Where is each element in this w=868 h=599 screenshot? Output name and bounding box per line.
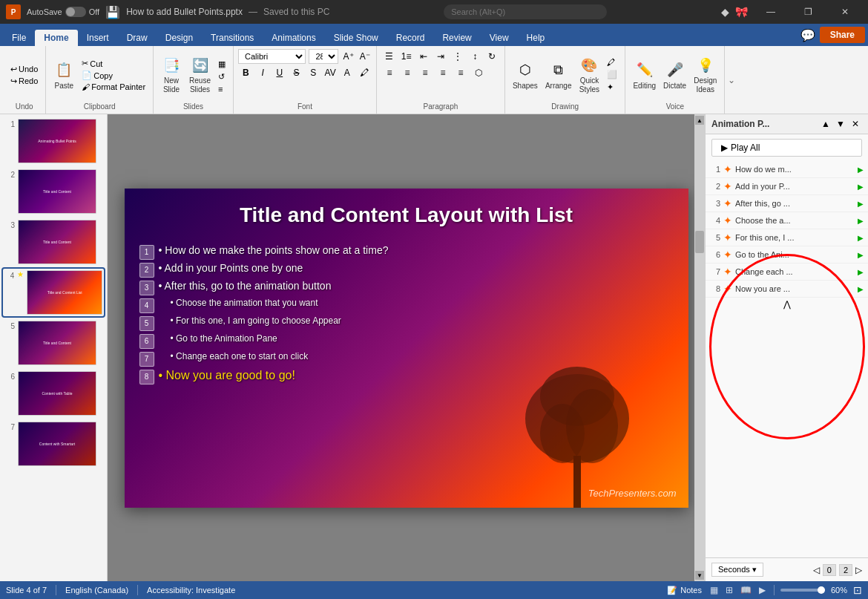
slide-thumb-6[interactable]: 6 Content with Table [3, 370, 104, 417]
scroll-thumb[interactable] [695, 231, 704, 253]
font-color-button[interactable]: A [339, 65, 355, 80]
minimize-button[interactable]: — [754, 0, 788, 24]
zoom-thumb[interactable] [818, 586, 825, 594]
tab-slideshow[interactable]: Slide Show [325, 30, 387, 46]
smartart-button[interactable]: ⬡ [470, 65, 487, 80]
shrink-font-button[interactable]: A⁻ [358, 49, 372, 64]
numbering-button[interactable]: 1≡ [398, 49, 414, 64]
align-text-button[interactable]: ≡ [453, 65, 469, 80]
notes-button[interactable]: 📝 Notes [667, 586, 702, 595]
tab-review[interactable]: Review [433, 30, 480, 46]
tab-draw[interactable]: Draw [118, 30, 157, 46]
grow-font-button[interactable]: A⁺ [341, 49, 355, 64]
next-page-button[interactable]: ▷ [855, 565, 862, 575]
design-ideas-button[interactable]: 💡 DesignIdeas [691, 54, 720, 96]
anim-item-5[interactable]: 5 ✦ For this one, I ... ▶ [706, 229, 868, 246]
tab-insert[interactable]: Insert [78, 30, 118, 46]
cut-button[interactable]: ✂Cut [79, 58, 148, 69]
tab-transitions[interactable]: Transitions [202, 30, 263, 46]
tab-help[interactable]: Help [518, 30, 554, 46]
tab-home[interactable]: Home [35, 30, 77, 46]
fit-slide-button[interactable]: ⊡ [853, 584, 862, 596]
text-direction-button[interactable]: ↻ [484, 49, 500, 64]
share-button[interactable]: Share [820, 27, 865, 43]
slide-thumb-3[interactable]: 3 Title and Content [3, 218, 104, 266]
slide-thumb-2[interactable]: 2 Title and Content [3, 168, 104, 215]
shape-fill-button[interactable]: 🖍 [604, 57, 620, 68]
scroll-down-button[interactable]: ▼ [695, 571, 704, 580]
anim-item-6[interactable]: 6 ✦ Go to the Ani... ▶ [706, 246, 868, 264]
bold-button[interactable]: B [238, 65, 254, 80]
highlight-button[interactable]: 🖍 [356, 65, 372, 80]
shadow-button[interactable]: S [306, 65, 321, 80]
increase-indent-button[interactable]: ⇥ [433, 49, 448, 64]
slideshow-button[interactable]: ▶ [757, 584, 768, 596]
align-left-button[interactable]: ≡ [381, 65, 398, 80]
underline-button[interactable]: U [272, 65, 287, 80]
normal-view-button[interactable]: ▦ [708, 584, 720, 596]
diamond-icon[interactable]: ◆ [721, 6, 729, 18]
seconds-button[interactable]: Seconds ▾ [711, 563, 763, 577]
search-input[interactable] [444, 4, 607, 19]
shapes-button[interactable]: ⬡ Shapes [510, 54, 541, 96]
bullets-button[interactable]: ☰ [381, 49, 397, 64]
tab-design[interactable]: Design [157, 30, 202, 46]
reuse-slides-button[interactable]: 🔄 ReuseSlides [186, 54, 214, 96]
anim-item-2[interactable]: 2 ✦ Add in your P... ▶ [706, 178, 868, 195]
slide-thumb-4[interactable]: 4 ★ Title and Content List [3, 269, 104, 316]
anim-pane-scroll-down[interactable]: ▼ [834, 117, 847, 131]
anim-pane-scroll-up[interactable]: ▲ [819, 117, 832, 131]
redo-button[interactable]: ↪Redo [7, 76, 41, 87]
autosave-toggle[interactable] [65, 7, 86, 17]
section-button[interactable]: ≡ [215, 84, 228, 94]
anim-item-8[interactable]: 8 ✦ Now you are ... ▶ [706, 281, 868, 298]
paste-button[interactable]: 📋 Paste [50, 53, 77, 97]
canvas-scrollbar[interactable]: ▲ ▼ [694, 114, 705, 581]
search-bar[interactable] [329, 4, 721, 19]
scroll-up-button[interactable]: ▲ [695, 116, 704, 125]
font-family-select[interactable]: Calibri [238, 49, 306, 64]
reset-button[interactable]: ↺ [215, 71, 228, 82]
strikethrough-button[interactable]: S [289, 65, 304, 80]
slide-thumb-5[interactable]: 5 Title and Content [3, 319, 104, 367]
dictate-button[interactable]: 🎤 Dictate [660, 54, 689, 96]
prev-page-button[interactable]: ◁ [813, 565, 820, 575]
slide-sorter-button[interactable]: ⊞ [723, 584, 735, 596]
line-spacing-button[interactable]: ↕ [467, 49, 483, 64]
decrease-indent-button[interactable]: ⇤ [415, 49, 431, 64]
anim-pane-close[interactable]: ✕ [849, 117, 862, 131]
layout-button[interactable]: ▦ [215, 59, 228, 70]
font-size-select[interactable]: 28 [309, 49, 338, 64]
tab-animations[interactable]: Animations [263, 30, 324, 46]
ribbon-icon[interactable]: 🎀 [735, 6, 748, 18]
slide-thumb-1[interactable]: 1 Animating Bullet Points [3, 117, 104, 165]
italic-button[interactable]: I [255, 65, 271, 80]
play-all-button[interactable]: ▶ Play All [711, 139, 862, 157]
tab-file[interactable]: File [3, 30, 35, 46]
arrange-button[interactable]: ⧉ Arrange [542, 54, 575, 96]
format-painter-button[interactable]: 🖌Format Painter [79, 82, 148, 92]
maximize-button[interactable]: ❐ [791, 0, 825, 24]
anim-item-7[interactable]: 7 ✦ Change each ... ▶ [706, 264, 868, 281]
char-spacing-button[interactable]: AV [323, 65, 338, 80]
anim-item-3[interactable]: 3 ✦ After this, go ... ▶ [706, 195, 868, 212]
collapse-button[interactable]: ⋀ [706, 298, 868, 311]
slide-thumb-7[interactable]: 7 Content with Smartart [3, 420, 104, 468]
new-slide-button[interactable]: 📑 NewSlide [158, 54, 185, 96]
accessibility-button[interactable]: Accessibility: Investigate [147, 586, 235, 595]
tab-view[interactable]: View [481, 30, 518, 46]
quick-styles-button[interactable]: 🎨 QuickStyles [576, 54, 602, 96]
undo-button[interactable]: ↩Undo [7, 64, 41, 75]
save-icon[interactable]: 💾 [105, 5, 120, 19]
copy-button[interactable]: 📄Copy [79, 70, 148, 81]
anim-item-1[interactable]: 1 ✦ How do we m... ▶ [706, 161, 868, 178]
comments-icon[interactable]: 💬 [800, 28, 815, 42]
close-button[interactable]: ✕ [828, 0, 862, 24]
tab-record[interactable]: Record [387, 30, 434, 46]
align-center-button[interactable]: ≡ [399, 65, 415, 80]
justify-button[interactable]: ≡ [435, 65, 451, 80]
shape-effects-button[interactable]: ✦ [604, 82, 620, 93]
reading-view-button[interactable]: 📖 [738, 584, 754, 596]
zoom-slider[interactable] [780, 589, 825, 592]
shape-outline-button[interactable]: ⬜ [604, 69, 620, 80]
